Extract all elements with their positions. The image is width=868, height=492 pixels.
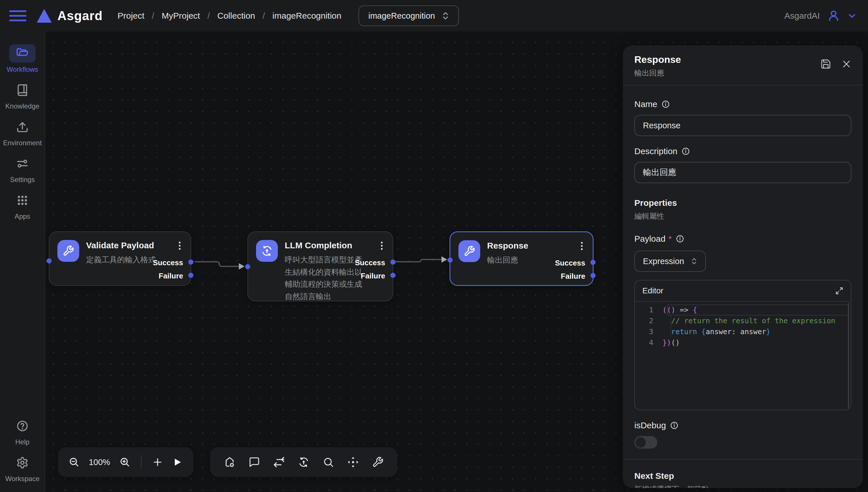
sidebar-item-apps[interactable]: Apps	[9, 191, 35, 220]
toggle-knob	[636, 437, 646, 447]
isdebug-toggle[interactable]	[634, 436, 657, 449]
port-success-handle[interactable]	[390, 260, 396, 265]
editor-title: Editor	[642, 286, 663, 295]
breadcrumb-imagerecognition[interactable]: imageRecognition	[272, 11, 341, 21]
workflow-select-value: imageRecognition	[368, 11, 435, 21]
port-label-failure: Failure	[159, 272, 183, 280]
add-button[interactable]	[152, 455, 164, 469]
port-failure-handle[interactable]	[188, 273, 194, 278]
zoom-out-button[interactable]	[68, 455, 80, 469]
isdebug-label-row: isDebug	[634, 420, 851, 430]
payload-type-select[interactable]: Expression	[634, 251, 706, 272]
info-icon[interactable]	[676, 235, 684, 243]
breadcrumb-myproject[interactable]: MyProject	[162, 11, 200, 21]
brand-logo[interactable]: Asgard	[37, 8, 103, 23]
name-input[interactable]	[634, 115, 851, 136]
payload-type-value: Expression	[643, 256, 684, 266]
port-input-handle[interactable]	[447, 257, 453, 263]
zoom-level: 100%	[88, 458, 111, 467]
upload-icon	[16, 121, 29, 133]
toolbar-divider	[141, 455, 142, 470]
llm-refresh-bulb-icon	[256, 240, 278, 262]
node-response[interactable]: Response 輸出回應 Success Failure	[449, 231, 594, 286]
node-validate-payload[interactable]: Validate Payload 定義工具的輸入格式 Success Failu…	[49, 231, 191, 286]
node-subtitle: 定義工具的輸入格式	[86, 254, 156, 266]
description-label: Description	[634, 146, 677, 156]
gear-icon	[16, 457, 29, 469]
chevron-down-icon[interactable]	[847, 11, 857, 20]
description-input[interactable]	[634, 162, 851, 183]
tools-toolbar	[210, 447, 397, 477]
book-icon	[16, 84, 29, 96]
node-llm-completion[interactable]: LLM Completion 呼叫大型語言模型並產生結構化的資料輸出以輔助流程的…	[247, 231, 393, 301]
port-success-handle[interactable]	[590, 260, 596, 265]
move-icon[interactable]	[346, 455, 360, 469]
workflow-select[interactable]: imageRecognition	[358, 5, 459, 26]
panel-header: Response 輸出回應	[623, 45, 863, 85]
save-icon[interactable]	[820, 58, 831, 70]
sidebar-item-label: Workspace	[5, 475, 40, 483]
close-icon[interactable]	[842, 59, 851, 69]
node-menu-kebab-icon[interactable]	[176, 241, 184, 251]
breadcrumb-project[interactable]: Project	[118, 11, 144, 21]
run-play-button[interactable]	[171, 455, 183, 469]
breadcrumb-separator: /	[152, 11, 154, 21]
sidebar-item-settings[interactable]: Settings	[9, 154, 35, 184]
port-failure-handle[interactable]	[390, 273, 396, 278]
expand-icon[interactable]	[835, 287, 843, 295]
code-line-4: 4 })()	[635, 337, 851, 348]
sidebar-item-workspace[interactable]: Workspace	[5, 453, 40, 483]
edge-arrowhead	[239, 263, 245, 270]
user-avatar-icon[interactable]	[827, 9, 840, 23]
node-menu-kebab-icon[interactable]	[578, 241, 586, 251]
node-menu-kebab-icon[interactable]	[378, 241, 386, 251]
isdebug-label: isDebug	[634, 420, 666, 430]
panel-subtitle: 輸出回應	[634, 68, 681, 78]
search-icon[interactable]	[321, 455, 335, 469]
port-label-success: Success	[555, 259, 585, 268]
info-icon[interactable]	[670, 421, 678, 430]
sidebar-item-knowledge[interactable]: Knowledge	[5, 81, 40, 110]
zoom-in-button[interactable]	[119, 455, 131, 469]
node-title: LLM Completion	[285, 241, 352, 250]
port-input-handle[interactable]	[47, 259, 52, 264]
top-navbar: Asgard Project / MyProject / Collection …	[0, 0, 868, 31]
section-divider	[623, 459, 863, 460]
code-line-3: 3 return {answer: answer}	[635, 326, 851, 337]
node-subtitle: 呼叫大型語言模型並產生結構化的資料輸出以輔助流程的決策或生成自然語言輸出	[285, 254, 366, 303]
next-step-title: Next Step	[634, 471, 851, 481]
add-node-icon[interactable]	[223, 455, 237, 469]
port-success-handle[interactable]	[188, 260, 194, 265]
sidebar-item-workflows[interactable]: Workflows	[7, 44, 38, 73]
comment-icon[interactable]	[247, 455, 261, 469]
info-icon[interactable]	[661, 100, 670, 108]
swap-arrows-icon[interactable]	[272, 455, 286, 469]
properties-subtitle: 編輯屬性	[634, 211, 851, 221]
editor-scrollbar[interactable]	[848, 303, 849, 409]
breadcrumb-separator: /	[207, 11, 210, 21]
sidebar-item-label: Help	[15, 438, 29, 446]
zoom-toolbar: 100%	[58, 447, 194, 477]
port-label-failure: Failure	[561, 272, 585, 281]
port-label-failure: Failure	[361, 272, 385, 280]
port-input-handle[interactable]	[245, 264, 250, 269]
sidebar-item-help[interactable]: Help	[9, 417, 35, 446]
breadcrumb-separator: /	[263, 11, 265, 21]
code-area[interactable]: 1 (() => { 2 // return the result of the…	[635, 302, 851, 410]
sliders-icon	[16, 157, 29, 170]
code-line-2: 2 // return the result of the expression	[635, 316, 851, 326]
port-failure-handle[interactable]	[590, 273, 596, 278]
llm-refresh-bulb-icon[interactable]	[297, 455, 311, 469]
wrench-icon[interactable]	[371, 455, 385, 469]
properties-title: Properties	[634, 198, 851, 208]
chevrons-up-down-icon	[442, 11, 449, 20]
wrench-icon	[57, 240, 79, 262]
sidebar-item-environment[interactable]: Environment	[3, 118, 42, 147]
menu-hamburger-icon[interactable]	[9, 7, 26, 24]
breadcrumb-collection[interactable]: Collection	[217, 11, 255, 21]
info-icon[interactable]	[681, 147, 690, 155]
wrench-icon	[458, 240, 480, 262]
code-line-1: 1 (() => {	[635, 304, 851, 316]
sidebar: Workflows Knowledge Environment Settings	[0, 31, 45, 492]
required-asterisk: *	[668, 234, 672, 244]
